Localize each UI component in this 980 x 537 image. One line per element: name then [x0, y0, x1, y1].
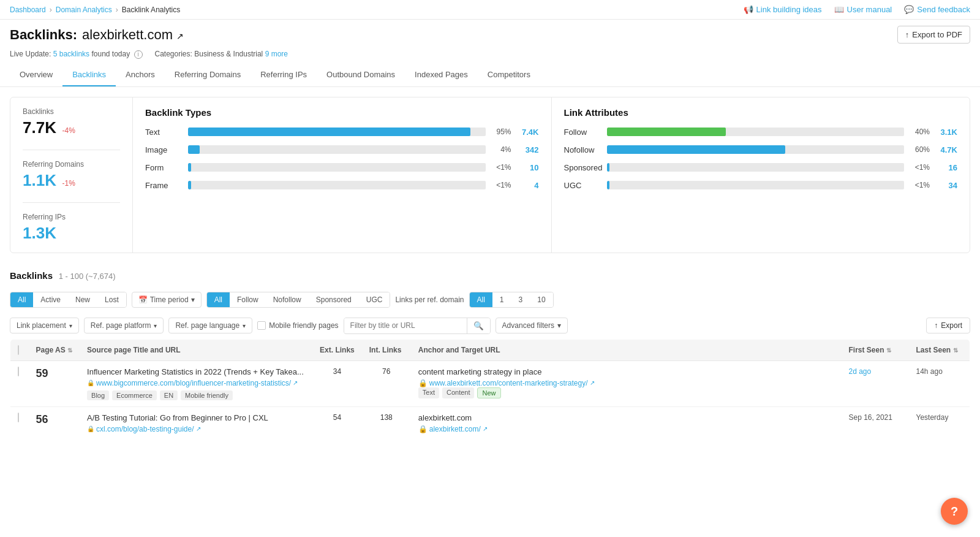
search-button[interactable]: 🔍 — [467, 318, 490, 333]
links-per-1-button[interactable]: 1 — [492, 292, 511, 307]
user-manual-link[interactable]: 📖 User manual — [834, 5, 892, 14]
tab-anchors[interactable]: Anchors — [116, 64, 165, 86]
select-all-checkbox[interactable] — [18, 345, 19, 355]
search-box: 🔍 — [344, 318, 491, 334]
stats-charts-section: Backlinks 7.7K -4% Referring Domains 1.1… — [10, 97, 970, 253]
filter-row-1: All Active New Lost 📅 Time period ▾ All … — [10, 287, 970, 313]
backlinks-found-link[interactable]: 5 backlinks — [53, 50, 89, 58]
row-anchor-2: alexbirkett.com 🔒 alexbirkett.com/ ↗ — [411, 406, 842, 443]
tag-content: Content — [442, 387, 475, 398]
row-last-seen-1: 14h ago — [909, 360, 970, 406]
tab-overview[interactable]: Overview — [10, 64, 62, 86]
anchor-url-link-1[interactable]: www.alexbirkett.com/content-marketing-st… — [429, 379, 588, 387]
send-feedback-link[interactable]: 💬 Send feedback — [904, 5, 970, 14]
row-int-links-1: 76 — [362, 360, 411, 406]
col-header-int-links: Int. Links — [362, 339, 411, 360]
table-header-row: Backlinks 1 - 100 (~7,674) — [10, 263, 970, 287]
chart-row-sponsored: Sponsored <1% 16 — [564, 163, 958, 172]
row-tags-1: Blog Ecommerce EN Mobile friendly — [87, 390, 305, 400]
col-header-last-seen: Last Seen ⇅ — [909, 339, 970, 360]
chart-row-form: Form <1% 10 — [145, 163, 539, 172]
link-placement-dropdown[interactable]: Link placement ▾ — [10, 318, 79, 333]
advanced-filters-button[interactable]: Advanced filters ▾ — [496, 318, 568, 333]
time-period-dropdown[interactable]: 📅 Time period ▾ — [132, 292, 202, 308]
backlink-types-panel: Backlink Types Text 95% 7.4K Image 4% 34… — [133, 97, 552, 253]
breadcrumb: Dashboard › Domain Analytics › Backlink … — [10, 6, 180, 14]
source-url-link-1[interactable]: www.bigcommerce.com/blog/influencer-mark… — [96, 379, 291, 387]
link-building-ideas-link[interactable]: 📢 Link building ideas — [744, 5, 822, 14]
chart-row-frame: Frame <1% 4 — [145, 181, 539, 190]
filter-new-button[interactable]: New — [68, 292, 97, 307]
col-header-first-seen: First Seen ⇅ — [842, 339, 909, 360]
filter-lost-button[interactable]: Lost — [97, 292, 126, 307]
backlinks-table: Page AS ⇅ Source page Title and URL Ext.… — [10, 339, 970, 443]
caret-down-icon-2: ▾ — [69, 322, 72, 329]
info-icon[interactable]: i — [134, 50, 143, 59]
row-first-seen-2: Sep 16, 2021 — [842, 406, 909, 443]
breadcrumb-item-domain-analytics[interactable]: Domain Analytics — [56, 6, 112, 14]
filter-active-button[interactable]: Active — [33, 292, 68, 307]
mobile-friendly-filter[interactable]: Mobile friendly pages — [257, 321, 338, 330]
ref-page-platform-dropdown[interactable]: Ref. page platform ▾ — [84, 318, 164, 333]
type-filter-group: All Active New Lost — [10, 292, 127, 308]
tab-competitors[interactable]: Competitors — [478, 64, 540, 86]
more-categories-link[interactable]: 9 more — [265, 50, 288, 58]
tab-referring-domains[interactable]: Referring Domains — [165, 64, 251, 86]
link-attributes-panel: Link Attributes Follow 40% 3.1K Nofollow… — [552, 97, 970, 253]
calendar-icon: 📅 — [138, 295, 148, 304]
sort-icon-page-as[interactable]: ⇅ — [67, 347, 72, 354]
tag-new: New — [477, 387, 500, 398]
backlinks-stat: Backlinks 7.7K -4% — [23, 107, 120, 137]
caret-down-icon-5: ▾ — [557, 321, 561, 330]
anchor-url-link-2[interactable]: alexbirkett.com/ — [429, 425, 481, 433]
links-per-3-button[interactable]: 3 — [511, 292, 530, 307]
tag-mobile-friendly: Mobile friendly — [181, 390, 233, 400]
link-type-nofollow-button[interactable]: Nofollow — [266, 292, 309, 307]
links-per-all-button[interactable]: All — [470, 292, 492, 307]
referring-domains-stat: Referring Domains 1.1K -1% — [23, 160, 120, 190]
stats-panel: Backlinks 7.7K -4% Referring Domains 1.1… — [10, 97, 133, 253]
tab-outbound-domains[interactable]: Outbound Domains — [317, 64, 405, 86]
tab-indexed-pages[interactable]: Indexed Pages — [405, 64, 478, 86]
links-per-10-button[interactable]: 10 — [530, 292, 552, 307]
live-update-bar: Live Update: 5 backlinks found today i C… — [0, 47, 980, 64]
nav-tabs: Overview Backlinks Anchors Referring Dom… — [0, 64, 980, 87]
tab-backlinks[interactable]: Backlinks — [62, 64, 116, 86]
export-pdf-button[interactable]: ↑ Export to PDF — [897, 26, 970, 44]
row-int-links-2: 138 — [362, 406, 411, 443]
lock-icon-4: 🔒 — [418, 425, 428, 433]
filter-row-2: Link placement ▾ Ref. page platform ▾ Re… — [10, 313, 970, 339]
tag-blog: Blog — [87, 390, 109, 400]
link-type-sponsored-button[interactable]: Sponsored — [309, 292, 359, 307]
search-input[interactable] — [344, 318, 467, 333]
sort-icon-last-seen[interactable]: ⇅ — [953, 347, 958, 354]
sort-icon-first-seen[interactable]: ⇅ — [886, 347, 891, 354]
export-icon: ↑ — [905, 30, 910, 39]
export-button[interactable]: ↑ Export — [926, 318, 970, 333]
external-link-icon-3: ↗ — [196, 425, 201, 432]
row-checkbox-1[interactable] — [18, 367, 19, 376]
row-checkbox-2[interactable] — [18, 413, 19, 422]
megaphone-icon: 📢 — [744, 5, 753, 14]
link-type-ugc-button[interactable]: UGC — [359, 292, 390, 307]
export-up-icon: ↑ — [934, 321, 938, 330]
chart-row-follow: Follow 40% 3.1K — [564, 128, 958, 137]
link-type-follow-button[interactable]: Follow — [230, 292, 266, 307]
chart-row-ugc: UGC <1% 34 — [564, 181, 958, 190]
chart-row-image: Image 4% 342 — [145, 145, 539, 154]
row-source-2: A/B Testing Tutorial: Go from Beginner t… — [80, 406, 312, 443]
chart-row-text: Text 95% 7.4K — [145, 128, 539, 137]
breadcrumb-item-backlink-analytics: Backlink Analytics — [122, 6, 180, 14]
tab-referring-ips[interactable]: Referring IPs — [251, 64, 317, 86]
link-type-all-button[interactable]: All — [207, 292, 230, 307]
row-page-as-1: 59 — [29, 360, 80, 406]
breadcrumb-item-dashboard[interactable]: Dashboard — [10, 6, 46, 14]
chart-row-nofollow: Nofollow 60% 4.7K — [564, 145, 958, 154]
referring-ips-stat: Referring IPs 1.3K — [23, 213, 120, 243]
mobile-friendly-checkbox[interactable] — [257, 321, 266, 330]
ref-page-language-dropdown[interactable]: Ref. page language ▾ — [168, 318, 252, 333]
filter-all-button[interactable]: All — [10, 292, 33, 307]
top-bar: Dashboard › Domain Analytics › Backlink … — [0, 0, 980, 20]
source-url-link-2[interactable]: cxl.com/blog/ab-testing-guide/ — [96, 425, 194, 433]
row-page-as-2: 56 — [29, 406, 80, 443]
